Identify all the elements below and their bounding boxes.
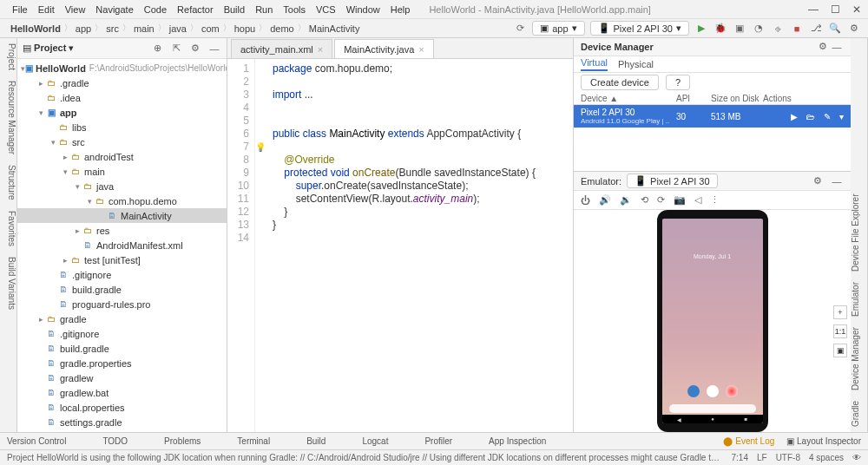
breadcrumb[interactable]: app (72, 23, 95, 34)
tab-virtual[interactable]: Virtual (581, 57, 608, 71)
tree-node[interactable]: ▾🗀com.hopu.demo (17, 193, 227, 208)
tree-node[interactable]: 🗎gradlew (17, 370, 227, 385)
code-area[interactable]: package com.hopu.demo; import ... public… (267, 59, 573, 432)
maximize-button[interactable]: ☐ (831, 3, 840, 16)
tool-tab-build-variants[interactable]: Build Variants (0, 257, 16, 310)
settings-icon[interactable]: ⚙ (816, 40, 830, 54)
minimize-button[interactable]: — (808, 3, 819, 16)
project-tree[interactable]: ▾▣HelloWorldF:\AndroidStudioProjects\Hel… (17, 59, 227, 432)
tool-tab-emulator[interactable]: Emulator (851, 282, 867, 317)
rotate-left-icon[interactable]: ⟲ (641, 194, 648, 206)
breadcrumb[interactable]: com (198, 23, 223, 34)
tree-node[interactable]: ▸🗀.gradle (17, 75, 227, 90)
menu-tools[interactable]: Tools (278, 4, 311, 15)
settings-icon[interactable]: ⚙ (847, 22, 861, 36)
tool-tab-logcat[interactable]: Logcat (362, 436, 388, 446)
tool-tab-resource-manager[interactable]: Resource Manager (0, 81, 16, 154)
tree-node[interactable]: 🗎local.properties (17, 400, 227, 415)
tree-node[interactable]: ▸🗀gradle (17, 311, 227, 326)
debug-button[interactable]: 🐞 (713, 22, 727, 36)
tree-node[interactable]: 🗀.idea (17, 90, 227, 105)
zoom-in-button[interactable]: + (833, 305, 847, 319)
tree-node[interactable]: ▾▣app (17, 105, 227, 120)
col-api[interactable]: API (676, 94, 711, 103)
layout-inspector-tab[interactable]: ▣ Layout Inspector (786, 436, 861, 446)
profile-button[interactable]: ◔ (752, 22, 766, 36)
tree-node[interactable]: ▾🗀java (17, 179, 227, 193)
tree-node[interactable]: 🗎.gitignore (17, 326, 227, 341)
settings-icon[interactable]: ⚙ (811, 174, 825, 188)
chevron-down-icon[interactable]: ▾ (839, 112, 844, 121)
tool-tab-app-inspection[interactable]: App Inspection (489, 436, 546, 446)
select-opened-file-icon[interactable]: ⊕ (150, 42, 164, 56)
menu-navigate[interactable]: Navigate (90, 4, 138, 15)
tree-node[interactable]: 🗎build.gradle (17, 341, 227, 356)
breadcrumb[interactable]: demo (266, 23, 298, 34)
folder-icon[interactable]: 🗁 (806, 112, 815, 121)
tree-node[interactable]: 🗎gradlew.bat (17, 385, 227, 400)
app-messages-icon[interactable] (687, 385, 700, 397)
tool-tab-build[interactable]: Build (306, 436, 326, 446)
launch-icon[interactable]: ▶ (791, 112, 798, 121)
zoom-reset-button[interactable]: 1:1 (833, 324, 847, 338)
breadcrumb[interactable]: MainActivity (306, 23, 364, 34)
menu-run[interactable]: Run (250, 4, 278, 15)
sync-icon[interactable]: ⟳ (513, 22, 527, 36)
more-icon[interactable]: ⋮ (710, 194, 720, 206)
close-icon[interactable]: × (418, 44, 424, 55)
tree-root[interactable]: ▾▣HelloWorldF:\AndroidStudioProjects\Hel… (17, 61, 227, 75)
emulator-device-frame[interactable]: Monday, Jul 1 ◀●■ (657, 210, 768, 432)
run-config-selector[interactable]: ▣ app ▾ (532, 21, 584, 36)
tool-tab-device-file-explorer[interactable]: Device File Explorer (851, 194, 867, 272)
coverage-button[interactable]: ▣ (733, 22, 746, 36)
tree-node[interactable]: 🗎AndroidManifest.xml (17, 238, 227, 252)
app-chrome-icon[interactable] (726, 385, 738, 397)
menu-edit[interactable]: Edit (33, 4, 60, 15)
tree-node[interactable]: ▸🗀androidTest (17, 149, 227, 164)
search-bar[interactable] (669, 404, 756, 413)
edit-icon[interactable]: ✎ (824, 112, 831, 121)
editor-tab[interactable]: MainActivity.java× (334, 39, 434, 58)
volume-up-icon[interactable]: 🔊 (599, 194, 611, 206)
run-button[interactable]: ▶ (694, 22, 708, 36)
breadcrumb[interactable]: hopu (231, 23, 259, 34)
tool-tab-structure[interactable]: Structure (0, 165, 16, 200)
tree-node[interactable]: 🗎.gitignore (17, 267, 227, 282)
stop-button[interactable]: ■ (790, 22, 804, 36)
event-log-tab[interactable]: ⬤ Event Log (723, 436, 774, 446)
close-button[interactable]: ✕ (852, 3, 861, 16)
breadcrumb[interactable]: src (102, 23, 122, 34)
tool-tab-version-control[interactable]: Version Control (7, 436, 66, 446)
tool-tab-favorites[interactable]: Favorites (0, 211, 16, 246)
menu-view[interactable]: View (60, 4, 91, 15)
line-separator[interactable]: LF (757, 453, 767, 462)
tree-node[interactable]: 🗎gradle.properties (17, 356, 227, 370)
hide-icon[interactable]: — (830, 40, 844, 54)
tree-node[interactable]: 🗎proguard-rules.pro (17, 297, 227, 311)
power-icon[interactable]: ⏻ (581, 195, 590, 206)
close-icon[interactable]: × (318, 44, 323, 55)
rotate-right-icon[interactable]: ⟳ (657, 194, 665, 206)
device-selector[interactable]: 📱 Pixel 2 API 30 ▾ (590, 21, 690, 36)
menu-code[interactable]: Code (139, 4, 172, 15)
tool-tab-profiler[interactable]: Profiler (424, 436, 452, 446)
tree-node[interactable]: 🗀libs (17, 120, 227, 134)
search-icon[interactable]: 🔍 (828, 22, 842, 36)
file-encoding[interactable]: UTF-8 (776, 453, 800, 462)
tree-node[interactable]: 🗎MainActivity (17, 208, 227, 223)
tree-node[interactable]: ▸🗀test [unitTest] (17, 252, 227, 267)
tool-tab-project[interactable]: Project (0, 43, 16, 70)
breadcrumb[interactable]: java (166, 23, 190, 34)
tool-tab-problems[interactable]: Problems (164, 436, 201, 446)
emulator-device-tab[interactable]: 📱 Pixel 2 API 30 (627, 174, 718, 188)
col-device[interactable]: Device ▲ (581, 94, 676, 103)
breadcrumb[interactable]: main (130, 23, 158, 34)
git-button[interactable]: ⎇ (809, 22, 823, 36)
tree-node[interactable]: ▾🗀main (17, 164, 227, 179)
editor-tab[interactable]: activity_main.xml× (231, 39, 332, 58)
hide-icon[interactable]: — (207, 42, 221, 56)
menu-vcs[interactable]: VCS (311, 4, 341, 15)
caret-position[interactable]: 7:14 (731, 453, 747, 462)
collapse-all-icon[interactable]: ⇱ (169, 42, 183, 56)
breadcrumb[interactable]: HelloWorld (7, 23, 64, 34)
